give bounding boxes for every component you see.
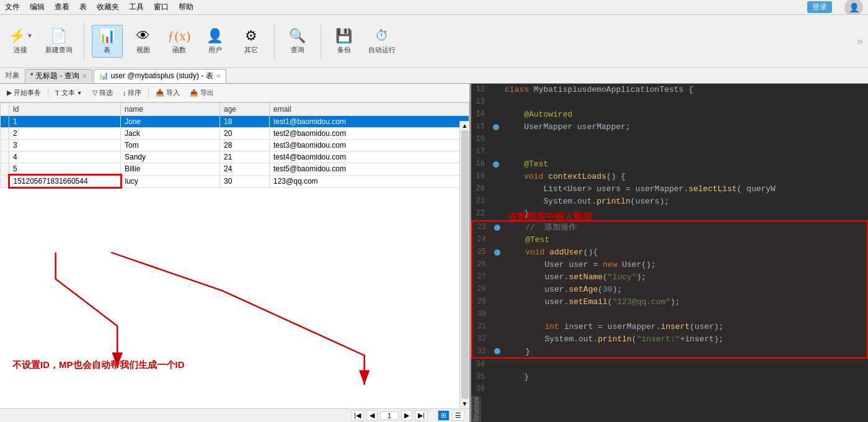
table-row[interactable]: 151205671831660544lucy30123@qq.com bbox=[1, 175, 469, 187]
cell-age[interactable]: 28 bbox=[220, 140, 270, 151]
col-age[interactable]: age bbox=[220, 103, 270, 116]
begin-tx-button[interactable]: ▶ 开始事务 bbox=[2, 86, 45, 99]
toolbar-backup[interactable]: 💾 备份 bbox=[329, 25, 360, 57]
menu-table[interactable]: 表 bbox=[79, 2, 87, 12]
cell-name[interactable]: Billie bbox=[121, 163, 220, 176]
structure-sidebar[interactable]: Structure bbox=[471, 397, 481, 422]
menu-file[interactable]: 文件 bbox=[5, 2, 20, 12]
menu-view[interactable]: 查看 bbox=[55, 2, 69, 12]
cell-id[interactable]: 4 bbox=[9, 151, 121, 163]
text-button[interactable]: T 文本 ▼ bbox=[51, 86, 87, 99]
cell-email[interactable]: test4@baomidou.com bbox=[270, 151, 469, 163]
cell-name[interactable]: Tom bbox=[121, 140, 220, 151]
toolbar-connect[interactable]: ⚡ ▼ 连接 bbox=[5, 25, 37, 57]
line-number: 31 bbox=[472, 321, 491, 333]
cell-email[interactable]: test2@baomidou.com bbox=[270, 128, 469, 140]
cell-age[interactable]: 21 bbox=[220, 151, 270, 163]
toolbar-user[interactable]: 👤 用户 bbox=[200, 25, 231, 57]
cell-id[interactable]: 2 bbox=[9, 128, 121, 140]
table-row[interactable]: 2Jack20test2@baomidou.com bbox=[1, 128, 469, 140]
cell-name[interactable]: Sandy bbox=[121, 151, 220, 163]
line-gutter bbox=[491, 259, 503, 271]
code-editor[interactable]: 12class MybatisplusdemoApplicationTests … bbox=[471, 84, 868, 397]
user-label: 用户 bbox=[208, 45, 222, 55]
filter-button[interactable]: ▽ 筛选 bbox=[88, 86, 117, 99]
import-label: 导入 bbox=[166, 88, 180, 97]
line-gutter bbox=[490, 158, 502, 171]
cell-name[interactable]: Jone bbox=[121, 116, 220, 128]
code-line: 25 void addUser(){ bbox=[471, 246, 868, 259]
table-row[interactable]: 5Billie24test5@baomidou.com bbox=[1, 163, 469, 176]
line-content: int insert = userMapper.insert(user); bbox=[503, 321, 867, 333]
toolbar-query[interactable]: 🔍 查询 bbox=[282, 25, 313, 57]
line-content: User user = new User(); bbox=[503, 259, 867, 271]
page-next-button[interactable]: ▶ bbox=[401, 410, 412, 421]
sort-button[interactable]: ↕ 排序 bbox=[118, 86, 146, 99]
page-prev-button[interactable]: ◀ bbox=[366, 410, 378, 421]
code-line: 19 void contextLoads() { bbox=[471, 171, 868, 183]
col-id[interactable]: id bbox=[9, 103, 121, 116]
menu-favorites[interactable]: 收藏夹 bbox=[97, 2, 119, 12]
import-button[interactable]: 📥 导入 bbox=[151, 86, 184, 99]
export-label: 导出 bbox=[200, 88, 214, 97]
toolbar-function[interactable]: ƒ(x) 函数 bbox=[164, 25, 195, 57]
line-number: 33 bbox=[472, 346, 491, 358]
line-content: System.out.println("insert:"+insert); bbox=[503, 333, 867, 346]
tab-close-untitled[interactable]: ✕ bbox=[82, 73, 87, 79]
cell-age[interactable]: 18 bbox=[220, 116, 270, 128]
scroll-up-icon[interactable]: ▲ bbox=[462, 122, 468, 129]
menu-tools[interactable]: 工具 bbox=[129, 2, 144, 12]
table-row[interactable]: 3Tom28test3@baomidou.com bbox=[1, 140, 469, 151]
page-first-button[interactable]: |◀ bbox=[351, 410, 364, 421]
scroll-bar[interactable]: ▲ ▼ bbox=[459, 121, 469, 408]
menu-window[interactable]: 窗口 bbox=[154, 2, 169, 12]
cell-id[interactable]: 3 bbox=[9, 140, 121, 151]
toolbar-view[interactable]: 👁 视图 bbox=[128, 25, 159, 57]
cell-email[interactable]: test3@baomidou.com bbox=[270, 140, 469, 151]
line-content: // 添加操作 bbox=[503, 222, 867, 234]
code-line: 23 // 添加操作 bbox=[471, 220, 868, 234]
table-row[interactable]: 4Sandy21test4@baomidou.com bbox=[1, 151, 469, 163]
line-gutter bbox=[490, 359, 502, 371]
cell-email[interactable]: 123@qq.com bbox=[270, 175, 469, 187]
cell-id[interactable]: 5 bbox=[9, 163, 121, 176]
menu-help[interactable]: 帮助 bbox=[179, 2, 193, 12]
toolbar-auto-run[interactable]: ⏱ 自动运行 bbox=[365, 25, 399, 57]
scroll-thumb[interactable] bbox=[461, 130, 469, 399]
cell-age[interactable]: 24 bbox=[220, 163, 270, 176]
cell-id[interactable]: 1 bbox=[9, 116, 121, 128]
tab-untitled[interactable]: * 无标题 - 查询 ✕ bbox=[25, 69, 92, 83]
cell-age[interactable]: 30 bbox=[220, 175, 270, 187]
list-view-button[interactable]: ☰ bbox=[452, 410, 464, 421]
menu-edit[interactable]: 编辑 bbox=[30, 2, 45, 12]
line-content: user.setAge(30); bbox=[503, 284, 867, 296]
col-email[interactable]: email bbox=[270, 103, 469, 116]
cell-name[interactable]: Jack bbox=[121, 128, 220, 140]
tab-user[interactable]: 📊 user @mybatisplus (study) - 表 ✕ bbox=[94, 69, 226, 83]
query-label: 查询 bbox=[291, 45, 304, 55]
tab-close-user[interactable]: ✕ bbox=[216, 73, 221, 79]
line-content: @Test bbox=[502, 158, 868, 171]
page-last-button[interactable]: ▶| bbox=[415, 410, 428, 421]
cell-email[interactable]: test1@baomidou.com bbox=[270, 116, 469, 128]
cell-name[interactable]: lucy bbox=[121, 175, 220, 187]
toolbar-table[interactable]: 📊 表 bbox=[92, 25, 123, 58]
line-number: 29 bbox=[472, 296, 491, 308]
col-name[interactable]: name bbox=[121, 103, 220, 116]
line-gutter bbox=[491, 321, 503, 333]
export-button[interactable]: 📤 导出 bbox=[185, 86, 218, 99]
cell-email[interactable]: test5@baomidou.com bbox=[270, 163, 469, 176]
toolbar-new-query[interactable]: 📄 新建查询 bbox=[42, 25, 76, 57]
toolbar-more[interactable]: » bbox=[857, 35, 863, 48]
page-input[interactable] bbox=[380, 411, 399, 420]
table-row[interactable]: ▶1Jone18test1@baomidou.com bbox=[1, 116, 469, 128]
cell-id[interactable]: 151205671831660544 bbox=[9, 175, 121, 187]
toolbar-other[interactable]: ⚙ 其它 bbox=[236, 25, 267, 57]
code-line: 29 user.setEmail("123@qq.com"); bbox=[471, 296, 868, 308]
code-line: 35 } bbox=[471, 371, 868, 384]
line-number: 13 bbox=[471, 96, 490, 109]
cell-age[interactable]: 20 bbox=[220, 128, 270, 140]
login-button[interactable]: 登录 bbox=[807, 1, 832, 13]
grid-view-button[interactable]: ⊞ bbox=[438, 410, 450, 421]
scroll-down-icon[interactable]: ▼ bbox=[462, 400, 468, 407]
